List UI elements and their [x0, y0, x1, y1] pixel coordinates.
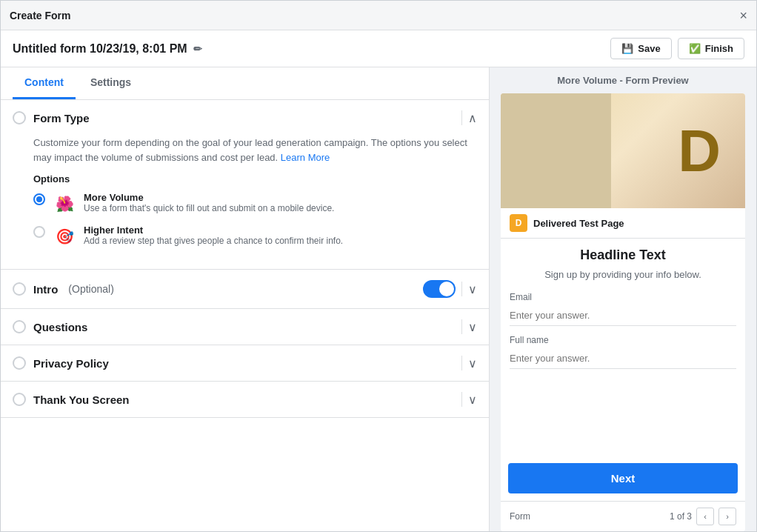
option-more-volume-desc: Use a form that's quick to fill out and …	[84, 203, 334, 213]
preview-card: D D Delivered Test Page Headline Text Si…	[501, 93, 745, 531]
section-privacy-right: ∨	[461, 356, 477, 370]
section-header-left: Form Type	[13, 111, 90, 124]
section-form-type-title: Form Type	[33, 112, 90, 124]
option-more-volume-text: More Volume Use a form that's quick to f…	[84, 192, 334, 213]
section-thankyou-header[interactable]: Thank You Screen ∨	[1, 382, 489, 417]
preview-headline: Headline Text	[510, 247, 736, 263]
section-header-right: ∧	[461, 110, 477, 125]
section-thankyou-radio	[13, 393, 26, 406]
section-thankyou-right: ∨	[461, 392, 477, 407]
save-icon: 💾	[621, 43, 633, 54]
finish-icon: ✅	[689, 43, 701, 54]
sections: Form Type ∧ Customize your form dependin…	[1, 100, 489, 531]
section-privacy-radio	[13, 356, 26, 370]
section-thankyou-left: Thank You Screen	[13, 393, 130, 406]
tab-settings[interactable]: Settings	[79, 67, 143, 99]
form-type-content: Customize your form depending on the goa…	[1, 136, 489, 269]
page-name: Delivered Test Page	[533, 218, 624, 229]
pagination-next-button[interactable]: ›	[718, 508, 736, 525]
save-button[interactable]: 💾 Save	[610, 38, 671, 59]
section-form-type-header[interactable]: Form Type ∧	[1, 100, 489, 136]
section-intro-left: Intro (Optional)	[13, 282, 114, 296]
section-form-type-radio	[13, 111, 26, 124]
option-higher-intent: 🎯 Higher Intent Add a review step that g…	[33, 225, 477, 248]
divider	[461, 356, 462, 370]
form-type-desc: Customize your form depending on the goa…	[33, 136, 477, 164]
section-questions: Questions ∨	[1, 309, 489, 345]
preview-img-left	[501, 93, 611, 208]
form-title-area: Untitled form 10/23/19, 8:01 PM ✏	[13, 42, 202, 56]
intro-toggle[interactable]	[423, 280, 456, 298]
preview-field-fullname: Full name	[510, 335, 736, 369]
chevron-down-icon: ∨	[468, 320, 477, 334]
right-panel: More Volume - Form Preview D D Delivered…	[490, 67, 756, 531]
section-privacy-left: Privacy Policy	[13, 356, 109, 370]
divider	[461, 282, 462, 296]
header: Untitled form 10/23/19, 8:01 PM ✏ 💾 Save…	[1, 30, 756, 67]
preview-subtext: Sign up by providing your info below.	[510, 269, 736, 280]
section-intro-title: Intro	[33, 283, 58, 296]
edit-icon[interactable]: ✏	[193, 43, 202, 55]
options-label: Options	[33, 173, 477, 184]
preview-image: D	[501, 93, 745, 208]
preview-title: More Volume - Form Preview	[490, 67, 756, 93]
section-intro: Intro (Optional) ∨	[1, 270, 489, 309]
window-title: Create Form	[10, 10, 70, 21]
option-more-volume-name: More Volume	[84, 192, 334, 203]
email-input[interactable]	[510, 305, 736, 326]
next-button[interactable]: Next	[508, 463, 738, 493]
email-label: Email	[510, 292, 736, 302]
pagination-prev-button[interactable]: ‹	[696, 508, 714, 525]
section-intro-radio	[13, 282, 26, 296]
section-form-type: Form Type ∧ Customize your form dependin…	[1, 100, 489, 270]
option-higher-intent-name: Higher Intent	[84, 225, 343, 236]
chevron-down-icon: ∨	[468, 356, 477, 370]
section-questions-title: Questions	[33, 321, 87, 333]
tabs: Content Settings	[1, 67, 489, 100]
finish-button[interactable]: ✅ Finish	[678, 38, 744, 59]
option-more-volume-icon: 🌺	[53, 192, 76, 216]
preview-page-info: D Delivered Test Page	[501, 208, 745, 239]
option-more-volume: 🌺 More Volume Use a form that's quick to…	[33, 192, 477, 216]
section-questions-radio	[13, 320, 26, 333]
section-intro-optional: (Optional)	[68, 283, 113, 295]
section-intro-right: ∨	[423, 280, 477, 298]
section-thank-you: Thank You Screen ∨	[1, 382, 489, 418]
fullname-label: Full name	[510, 335, 736, 345]
left-panel: Content Settings Form Type ∧	[1, 67, 490, 531]
learn-more-link[interactable]: Learn More	[281, 152, 330, 163]
section-intro-header[interactable]: Intro (Optional) ∨	[1, 270, 489, 308]
tab-content[interactable]: Content	[13, 67, 76, 99]
preview-footer: Next	[501, 456, 745, 501]
title-bar: Create Form ×	[1, 1, 756, 30]
preview-body: Headline Text Sign up by providing your …	[501, 239, 745, 456]
preview-field-email: Email	[510, 292, 736, 326]
pagination-label: Form	[510, 511, 530, 522]
close-button[interactable]: ×	[739, 9, 747, 22]
section-privacy-policy: Privacy Policy ∨	[1, 345, 489, 382]
option-more-volume-radio[interactable]	[33, 193, 45, 205]
option-higher-intent-radio[interactable]	[33, 226, 45, 238]
option-higher-intent-text: Higher Intent Add a review step that giv…	[84, 225, 343, 246]
pagination-controls: 1 of 3 ‹ ›	[670, 508, 736, 525]
header-buttons: 💾 Save ✅ Finish	[610, 38, 744, 59]
section-questions-left: Questions	[13, 320, 87, 333]
preview-pagination: Form 1 of 3 ‹ ›	[501, 501, 745, 531]
section-questions-header[interactable]: Questions ∨	[1, 309, 489, 345]
option-higher-intent-desc: Add a review step that gives people a ch…	[84, 236, 343, 246]
preview-img-letter: D	[678, 117, 721, 185]
main-layout: Content Settings Form Type ∧	[1, 67, 756, 531]
section-thankyou-title: Thank You Screen	[33, 393, 130, 406]
fullname-input[interactable]	[510, 348, 736, 369]
divider	[461, 110, 462, 125]
form-title-text: Untitled form 10/23/19, 8:01 PM	[13, 42, 187, 56]
divider	[461, 319, 462, 334]
page-avatar: D	[510, 214, 527, 232]
chevron-down-icon: ∨	[468, 393, 477, 407]
section-privacy-title: Privacy Policy	[33, 357, 109, 370]
section-privacy-header[interactable]: Privacy Policy ∨	[1, 345, 489, 381]
pagination-text: 1 of 3	[670, 511, 692, 522]
chevron-up-icon: ∧	[468, 111, 477, 125]
divider	[461, 392, 462, 407]
preview-container: D D Delivered Test Page Headline Text Si…	[490, 93, 756, 531]
